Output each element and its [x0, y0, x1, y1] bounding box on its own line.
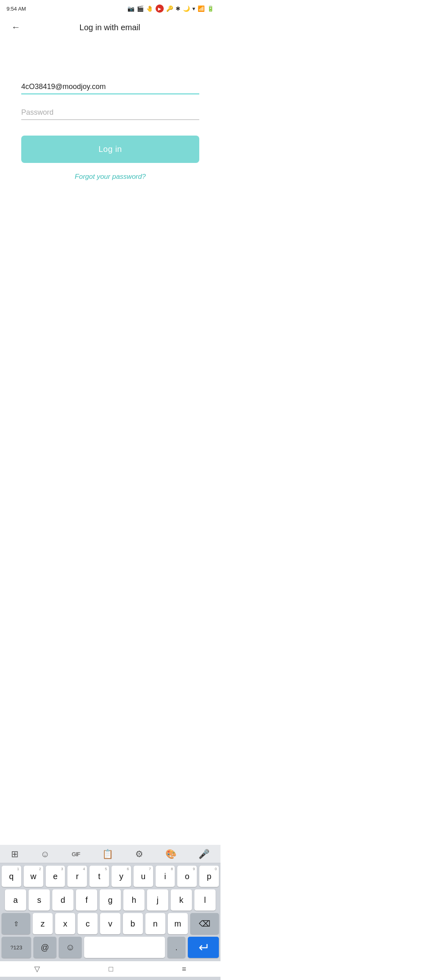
login-button[interactable]: Log in	[21, 136, 199, 163]
status-time: 9:54 AM	[7, 6, 26, 12]
hand-icon: 🤚	[146, 5, 153, 12]
email-input[interactable]	[21, 80, 199, 94]
password-input[interactable]	[21, 106, 199, 120]
form-area: Log in Forgot your password?	[0, 39, 220, 193]
status-icons: 📷 🎬 🤚 ▶ 🔑 ✱ 🌙 ▾ 📶 🔋	[127, 4, 214, 13]
key-icon: 🔑	[166, 5, 173, 12]
wifi-icon: 📶	[198, 5, 205, 12]
email-input-group	[21, 80, 199, 94]
bluetooth-icon: ✱	[176, 5, 180, 12]
video-icon: 📷	[127, 5, 134, 12]
password-input-group	[21, 106, 199, 120]
battery-icon: 🔋	[207, 5, 214, 12]
back-button[interactable]: ←	[8, 20, 24, 34]
forgot-password-link[interactable]: Forgot your password?	[21, 173, 199, 181]
page-title: Log in with email	[24, 23, 196, 32]
signal-icon: ▾	[192, 5, 195, 12]
top-nav: ← Log in with email	[0, 16, 220, 39]
moon-icon: 🌙	[183, 5, 190, 12]
record-icon: ▶	[156, 4, 164, 13]
status-bar: 9:54 AM 📷 🎬 🤚 ▶ 🔑 ✱ 🌙 ▾ 📶 🔋	[0, 0, 220, 16]
video2-icon: 🎬	[137, 5, 144, 12]
